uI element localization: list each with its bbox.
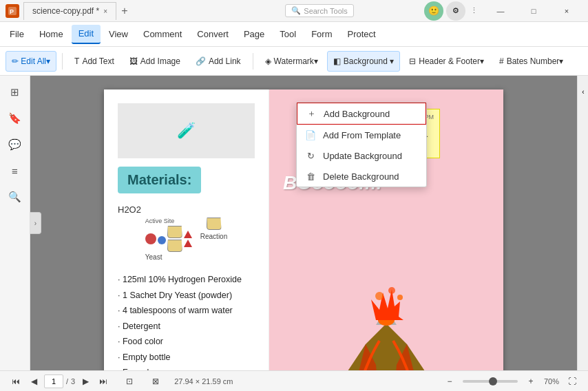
- material-item-7: Funnel: [118, 365, 255, 370]
- add-text-icon: T: [74, 56, 79, 66]
- menu-form[interactable]: Form: [304, 25, 339, 44]
- fit-width-btn[interactable]: ⊠: [148, 374, 163, 389]
- background-btn[interactable]: ◧ Background ▾: [327, 51, 400, 72]
- add-link-btn[interactable]: 🔗 Add Link: [189, 51, 247, 72]
- template-icon: 📄: [305, 129, 316, 140]
- sidebar-comment-icon[interactable]: 💬: [4, 134, 26, 156]
- maximize-btn[interactable]: □: [518, 0, 549, 22]
- menu-convert[interactable]: Convert: [190, 25, 235, 44]
- add-image-label: Add Image: [140, 56, 180, 66]
- bates-number-btn[interactable]: # Bates Number▾: [493, 51, 569, 72]
- triangle-molecules: [184, 231, 192, 247]
- title-bar: P science-copy.pdf * × + 🔍 Search Tools …: [0, 0, 588, 22]
- triangle-1: [184, 231, 192, 238]
- separator-2: [253, 53, 253, 70]
- menu-home[interactable]: Home: [32, 25, 70, 44]
- active-site-label: Active Site: [145, 218, 175, 224]
- edit-all-btn[interactable]: ✏ Edit All▾: [6, 51, 56, 72]
- add-text-label: Add Text: [82, 56, 114, 66]
- menu-tool[interactable]: Tool: [273, 25, 303, 44]
- materials-list: 125ml 10% Hydrogen Peroxide 1 Sachet Dry…: [118, 272, 255, 370]
- tab-bar: science-copy.pdf * × +: [23, 2, 133, 20]
- right-sidebar: ‹: [577, 76, 588, 370]
- background-icon: ◧: [333, 56, 341, 66]
- update-background-label: Update Background: [323, 151, 402, 161]
- fit-page-btn[interactable]: ⊡: [122, 374, 137, 389]
- bucket-2: [167, 240, 182, 252]
- zoom-slider[interactable]: [463, 380, 518, 383]
- yeast-label: Yeast: [145, 253, 162, 261]
- main-area: ⊞ 🔖 💬 ≡ 🔍 › 🧪 Materials:: [0, 76, 588, 370]
- sidebar-toggle-btn[interactable]: ›: [30, 212, 41, 234]
- next-page-btn[interactable]: ▶: [78, 374, 93, 389]
- volcano-body: [324, 324, 448, 370]
- menu-file[interactable]: File: [3, 25, 31, 44]
- bucket-molecules: [167, 226, 182, 252]
- update-icon: ↻: [305, 150, 316, 161]
- sidebar-search-icon[interactable]: 🔍: [4, 186, 26, 208]
- sidebar-bookmark-icon[interactable]: 🔖: [4, 107, 26, 129]
- svg-text:P: P: [10, 8, 14, 15]
- lava-blob-2: [388, 287, 395, 294]
- prev-page-btn[interactable]: ◀: [26, 374, 41, 389]
- separator-1: [62, 53, 63, 70]
- edit-all-label: ✏ Edit All▾: [12, 56, 50, 66]
- add-text-btn[interactable]: T Add Text: [68, 51, 120, 72]
- tab-close-btn[interactable]: ×: [103, 8, 107, 15]
- zoom-level: 70%: [544, 377, 559, 385]
- watermark-btn[interactable]: ◈ Watermark▾: [259, 51, 324, 72]
- first-page-btn[interactable]: ⏮: [8, 374, 23, 389]
- material-item-1: 125ml 10% Hydrogen Peroxide: [118, 272, 255, 288]
- zoom-in-btn[interactable]: +: [523, 374, 538, 389]
- watermark-icon: ◈: [265, 56, 271, 66]
- add-link-icon: 🔗: [196, 56, 206, 66]
- menu-view[interactable]: View: [102, 25, 135, 44]
- reaction-label: Reaction: [200, 233, 227, 240]
- zoom-out-btn[interactable]: −: [442, 374, 457, 389]
- dropdown-delete-background[interactable]: 🗑 Delete Background: [297, 166, 426, 187]
- add-link-label: Add Link: [209, 56, 241, 66]
- active-tab[interactable]: science-copy.pdf * ×: [23, 2, 116, 20]
- dropdown-add-from-template[interactable]: 📄 Add From Template: [297, 125, 426, 145]
- volcano-container: [311, 282, 462, 370]
- delete-icon: 🗑: [305, 171, 316, 182]
- red-bubble-1: [145, 233, 156, 244]
- menu-page[interactable]: Page: [237, 25, 271, 44]
- app-icon: P: [6, 4, 19, 18]
- fullscreen-btn[interactable]: ⛶: [565, 374, 580, 389]
- window-controls: — □ ×: [485, 0, 582, 22]
- volcano-svg: [311, 282, 462, 370]
- dropdown-update-background[interactable]: ↻ Update Background: [297, 145, 426, 166]
- reaction-bucket: [207, 218, 222, 230]
- menu-edit[interactable]: Edit: [72, 25, 101, 44]
- dropdown-add-background[interactable]: ＋ Add Background: [297, 103, 426, 125]
- page-number-input[interactable]: [44, 374, 63, 388]
- total-pages: 3: [71, 377, 75, 385]
- toolbar: ✏ Edit All▾ T Add Text 🖼 Add Image 🔗 Add…: [0, 47, 588, 76]
- header-footer-icon: ⊟: [409, 56, 416, 66]
- sidebar-pages-icon[interactable]: ⊞: [4, 81, 26, 103]
- minimize-btn[interactable]: —: [485, 0, 516, 22]
- material-item-2: 1 Sachet Dry Yeast (powder): [118, 288, 255, 304]
- material-item-5: Food color: [118, 334, 255, 350]
- user-avatar[interactable]: 🙂: [424, 1, 443, 21]
- menu-comment[interactable]: Comment: [136, 25, 189, 44]
- add-background-icon: ＋: [306, 108, 317, 119]
- tab-filename: science-copy.pdf *: [32, 6, 99, 16]
- bates-number-icon: #: [499, 56, 504, 66]
- add-image-btn[interactable]: 🖼 Add Image: [123, 51, 187, 72]
- sidebar-layers-icon[interactable]: ≡: [4, 160, 26, 182]
- menu-bar: File Home Edit View Comment Convert Page…: [0, 22, 588, 47]
- bates-number-label: Bates Number▾: [507, 56, 564, 66]
- header-footer-btn[interactable]: ⊟ Header & Footer▾: [403, 51, 490, 72]
- last-page-btn[interactable]: ⏭: [96, 374, 111, 389]
- search-tools-input[interactable]: 🔍 Search Tools: [285, 4, 353, 17]
- menu-protect[interactable]: Protect: [340, 25, 382, 44]
- search-icon: 🔍: [291, 6, 301, 15]
- new-tab-btn[interactable]: +: [116, 3, 133, 19]
- account-icon[interactable]: ⚙: [446, 1, 465, 21]
- more-options-icon[interactable]: ⋮: [468, 6, 479, 17]
- right-sidebar-toggle[interactable]: ‹: [578, 81, 588, 103]
- h2o2-label: H2O2: [118, 204, 141, 215]
- close-btn[interactable]: ×: [551, 0, 582, 22]
